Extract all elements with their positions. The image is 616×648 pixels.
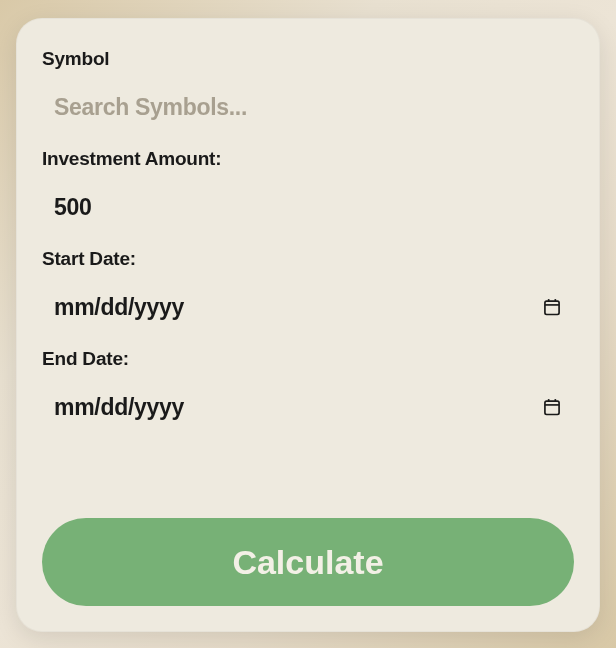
investment-amount-label: Investment Amount: <box>42 148 574 170</box>
calculate-button[interactable]: Calculate <box>42 518 574 606</box>
calendar-icon[interactable] <box>542 397 562 417</box>
start-date-label: Start Date: <box>42 248 574 270</box>
start-date-group: Start Date: mm/dd/yyyy <box>42 248 574 336</box>
end-date-input[interactable]: mm/dd/yyyy <box>42 378 574 436</box>
symbol-input[interactable] <box>42 78 574 136</box>
investment-amount-group: Investment Amount: <box>42 148 574 236</box>
svg-rect-0 <box>545 301 559 314</box>
symbol-label: Symbol <box>42 48 574 70</box>
investment-amount-input[interactable] <box>42 178 574 236</box>
end-date-group: End Date: mm/dd/yyyy <box>42 348 574 436</box>
symbol-group: Symbol <box>42 48 574 136</box>
investment-form-card: Symbol Investment Amount: Start Date: mm… <box>16 18 600 632</box>
start-date-input[interactable]: mm/dd/yyyy <box>42 278 574 336</box>
svg-rect-4 <box>545 401 559 414</box>
start-date-value: mm/dd/yyyy <box>54 294 542 321</box>
end-date-label: End Date: <box>42 348 574 370</box>
end-date-value: mm/dd/yyyy <box>54 394 542 421</box>
calendar-icon[interactable] <box>542 297 562 317</box>
